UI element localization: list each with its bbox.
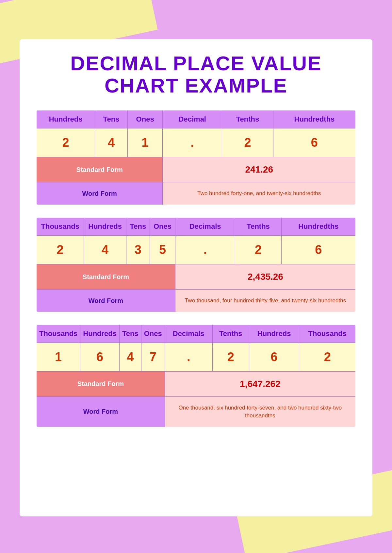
cell-tenths-3: 2 [212,343,249,371]
header-thousands-2: Thousands [36,217,84,236]
word-form-row-2: Word Form Two thousand, four hundred thi… [36,290,356,312]
word-form-value-1: Two hundred forty-one, and twenty-six hu… [163,182,356,205]
cell-thousands-2: 2 [36,236,84,264]
data-row-3: 1 6 4 7 . 2 6 2 [36,343,356,371]
word-form-row-1: Word Form Two hundred forty-one, and twe… [36,182,356,205]
header-tenths: Tenths [222,110,273,128]
cell-hundredths-1: 6 [273,128,356,157]
header-tenths-3: Tenths [212,325,249,343]
standard-form-value-1: 241.26 [163,157,356,182]
place-value-table-1: Hundreds Tens Ones Decimal Tenths Hundre… [36,110,356,205]
cell-hundreds-3: 6 [80,343,120,371]
word-form-label-1: Word Form [36,182,163,205]
cell-ones-1: 1 [127,128,163,157]
cell-tens-2: 3 [126,236,150,264]
cell-dot-2: . [175,236,235,264]
header-hundreds-3: Hundreds [80,325,120,343]
cell-ones-2: 5 [150,236,175,264]
cell-tenths-1: 2 [222,128,273,157]
header-thousands-3: Thousands [36,325,80,343]
standard-form-label-2: Standard Form [36,264,175,290]
header-tens-2: Tens [126,217,150,236]
cell-hundreds-1: 2 [36,128,95,157]
word-form-value-3: One thousand, six hundred forty-seven, a… [165,396,356,427]
standard-form-row-2: Standard Form 2,435.26 [36,264,356,290]
header-thousands-dec-3: Thousands [299,325,356,343]
cell-dot-1: . [163,128,222,157]
cell-tens-3: 4 [120,343,141,371]
header-decimal: Decimal [163,110,222,128]
header-row-3: Thousands Hundreds Tens Ones Decimals Te… [36,325,356,343]
cell-hundredths-3: 6 [249,343,299,371]
header-ones-2: Ones [150,217,175,236]
cell-dot-3: . [165,343,212,371]
place-value-table-3: Thousands Hundreds Tens Ones Decimals Te… [36,324,356,427]
cell-ones-3: 7 [141,343,165,371]
data-row-2: 2 4 3 5 . 2 6 [36,236,356,264]
place-value-table-2: Thousands Hundreds Tens Ones Decimals Te… [36,217,356,312]
standard-form-row-1: Standard Form 241.26 [36,157,356,182]
cell-hundredths-2: 6 [281,236,356,264]
word-form-label-3: Word Form [36,396,165,427]
main-content-area: DECIMAL PLACE VALUE CHART EXAMPLE Hundre… [20,39,372,516]
page-title: DECIMAL PLACE VALUE CHART EXAMPLE [36,52,356,97]
header-tens-3: Tens [120,325,141,343]
header-row-1: Hundreds Tens Ones Decimal Tenths Hundre… [36,110,356,128]
word-form-value-2: Two thousand, four hundred thirty-five, … [175,290,356,312]
standard-form-label-3: Standard Form [36,371,165,396]
header-hundredths: Hundredths [273,110,356,128]
header-ones: Ones [127,110,163,128]
header-row-2: Thousands Hundreds Tens Ones Decimals Te… [36,217,356,236]
header-tens: Tens [95,110,128,128]
table-section-1: Hundreds Tens Ones Decimal Tenths Hundre… [36,110,356,205]
header-decimals-2: Decimals [175,217,235,236]
cell-thousands-3: 1 [36,343,80,371]
header-tenths-2: Tenths [235,217,281,236]
header-hundreds-dec-3: Hundreds [249,325,299,343]
data-row-1: 2 4 1 . 2 6 [36,128,356,157]
table-section-3: Thousands Hundreds Tens Ones Decimals Te… [36,324,356,427]
word-form-row-3: Word Form One thousand, six hundred fort… [36,396,356,427]
standard-form-value-3: 1,647.262 [165,371,356,396]
cell-tenths-2: 2 [235,236,281,264]
word-form-label-2: Word Form [36,290,175,312]
cell-tens-1: 4 [95,128,128,157]
cell-thousandths-3: 2 [299,343,356,371]
header-ones-3: Ones [141,325,165,343]
table-section-2: Thousands Hundreds Tens Ones Decimals Te… [36,217,356,312]
cell-hundreds-2: 4 [84,236,126,264]
standard-form-value-2: 2,435.26 [175,264,356,290]
header-hundreds: Hundreds [36,110,95,128]
standard-form-row-3: Standard Form 1,647.262 [36,371,356,396]
header-hundredths-2: Hundredths [281,217,356,236]
header-decimals-3: Decimals [165,325,212,343]
header-hundreds-2: Hundreds [84,217,126,236]
standard-form-label-1: Standard Form [36,157,163,182]
